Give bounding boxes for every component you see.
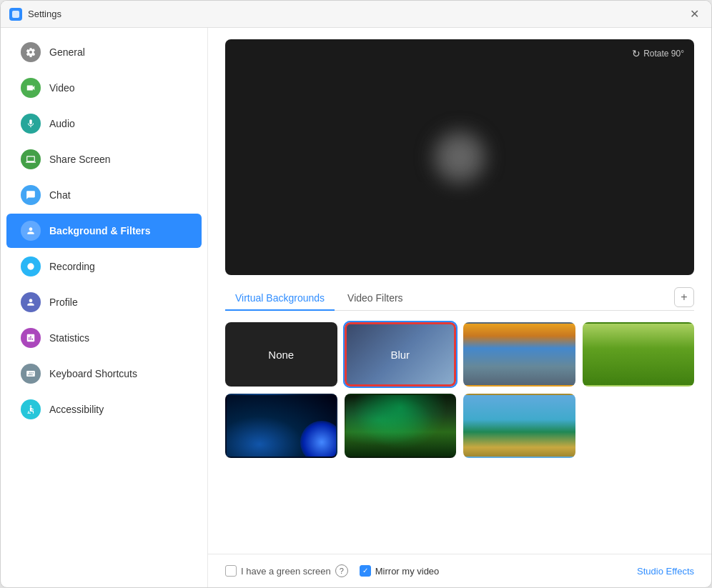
sidebar-item-chat[interactable]: Chat bbox=[6, 178, 202, 212]
background-grass[interactable] bbox=[583, 322, 695, 387]
green-screen-label: I have a green screen bbox=[241, 566, 331, 577]
video-label: Video bbox=[49, 82, 75, 94]
background-space[interactable] bbox=[225, 394, 337, 458]
rotate-icon: ↻ bbox=[632, 48, 641, 59]
sidebar-item-recording[interactable]: Recording bbox=[6, 249, 202, 284]
green-screen-help-icon[interactable]: ? bbox=[335, 564, 348, 577]
close-button[interactable]: ✕ bbox=[686, 6, 703, 23]
mirror-video-checkbox[interactable]: ✓ bbox=[360, 565, 371, 577]
video-preview: ↻ Rotate 90° bbox=[225, 39, 694, 275]
sidebar-item-general[interactable]: General bbox=[6, 35, 202, 69]
general-icon bbox=[21, 42, 41, 62]
profile-label: Profile bbox=[49, 297, 78, 308]
accessibility-label: Accessibility bbox=[49, 404, 104, 415]
statistics-label: Statistics bbox=[49, 332, 89, 344]
background-aurora[interactable] bbox=[345, 394, 457, 458]
rotate-label: Rotate 90° bbox=[643, 49, 684, 59]
chat-icon bbox=[21, 185, 41, 205]
recording-icon bbox=[21, 256, 41, 276]
mirror-video-option: ✓ Mirror my video bbox=[360, 565, 440, 577]
recording-label: Recording bbox=[49, 261, 95, 272]
video-face-preview bbox=[431, 129, 488, 186]
sidebar-item-sharescreen[interactable]: Share Screen bbox=[6, 142, 202, 176]
tabs-bar: Virtual Backgrounds Video Filters + bbox=[225, 286, 694, 311]
sidebar-item-keyboard[interactable]: Keyboard Shortcuts bbox=[6, 357, 202, 391]
footer-bar: I have a green screen ? ✓ Mirror my vide… bbox=[208, 554, 711, 587]
tab-video-filters[interactable]: Video Filters bbox=[337, 286, 413, 311]
statistics-icon bbox=[21, 328, 41, 348]
bgfilters-label: Background & Filters bbox=[49, 225, 151, 236]
audio-icon bbox=[21, 114, 41, 134]
general-label: General bbox=[49, 46, 85, 58]
sidebar: GeneralVideoAudioShare ScreenChatBackgro… bbox=[1, 28, 208, 587]
sidebar-item-audio[interactable]: Audio bbox=[6, 106, 202, 141]
titlebar: Settings ✕ bbox=[1, 1, 711, 28]
background-none[interactable]: None bbox=[225, 322, 337, 387]
content-area: GeneralVideoAudioShare ScreenChatBackgro… bbox=[1, 28, 711, 587]
tab-virtual-backgrounds[interactable]: Virtual Backgrounds bbox=[225, 286, 335, 311]
app-icon bbox=[9, 8, 22, 21]
titlebar-left: Settings bbox=[9, 8, 61, 21]
sidebar-item-statistics[interactable]: Statistics bbox=[6, 321, 202, 355]
keyboard-icon bbox=[21, 364, 41, 384]
svg-rect-0 bbox=[12, 11, 19, 18]
mirror-video-label: Mirror my video bbox=[375, 566, 440, 577]
chat-label: Chat bbox=[49, 189, 71, 201]
svg-point-1 bbox=[27, 263, 34, 269]
window-title: Settings bbox=[28, 9, 61, 19]
backgrounds-grid: None Blur bbox=[208, 311, 711, 469]
settings-window: Settings ✕ GeneralVideoAudioShare Screen… bbox=[0, 0, 712, 588]
background-beach[interactable] bbox=[463, 394, 575, 458]
background-bridge[interactable] bbox=[463, 322, 575, 387]
tabs-area: Virtual Backgrounds Video Filters + bbox=[208, 275, 711, 311]
checkmark-icon: ✓ bbox=[362, 567, 368, 574]
sidebar-item-accessibility[interactable]: Accessibility bbox=[6, 392, 202, 427]
rotate-button[interactable]: ↻ Rotate 90° bbox=[632, 48, 684, 59]
background-none-label: None bbox=[268, 349, 294, 361]
green-screen-checkbox[interactable] bbox=[225, 565, 237, 577]
sharescreen-label: Share Screen bbox=[49, 154, 111, 165]
green-screen-option: I have a green screen ? bbox=[225, 564, 348, 577]
keyboard-label: Keyboard Shortcuts bbox=[49, 368, 137, 379]
bgfilters-icon bbox=[21, 221, 41, 241]
sidebar-item-profile[interactable]: Profile bbox=[6, 285, 202, 319]
sidebar-item-bgfilters[interactable]: Background & Filters bbox=[6, 214, 202, 248]
svg-point-2 bbox=[30, 405, 31, 407]
video-icon bbox=[21, 78, 41, 98]
sharescreen-icon bbox=[21, 149, 41, 169]
studio-effects-link[interactable]: Studio Effects bbox=[637, 566, 694, 577]
app-logo-icon bbox=[11, 10, 20, 19]
background-blur[interactable]: Blur bbox=[345, 322, 457, 387]
accessibility-icon bbox=[21, 399, 41, 419]
background-blur-label: Blur bbox=[390, 349, 410, 361]
add-background-button[interactable]: + bbox=[674, 287, 694, 307]
profile-icon bbox=[21, 292, 41, 312]
sidebar-item-video[interactable]: Video bbox=[6, 71, 202, 105]
audio-label: Audio bbox=[49, 118, 75, 129]
main-content: ↻ Rotate 90° Virtual Backgrounds Video F… bbox=[208, 28, 711, 587]
